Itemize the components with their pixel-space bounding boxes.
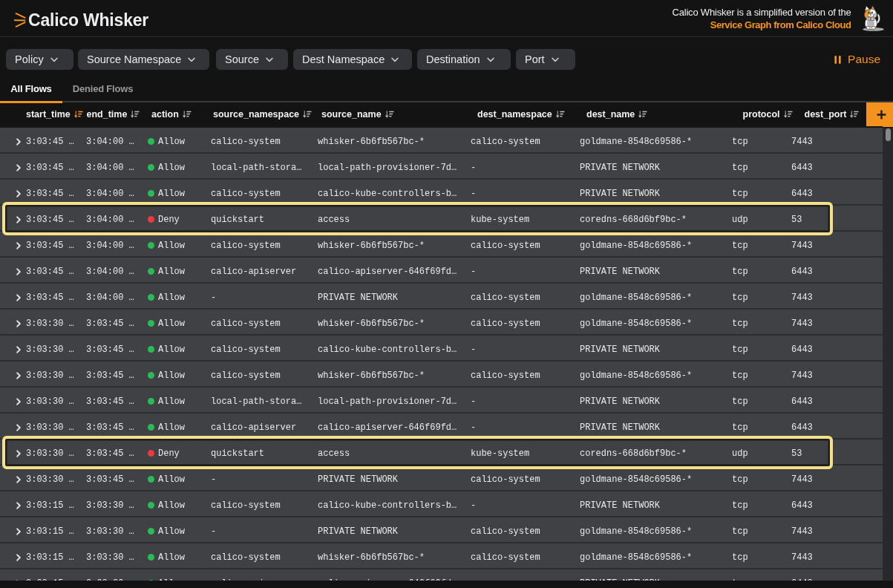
column-header-dest_namespace[interactable]: dest_namespace (471, 103, 580, 126)
cell-dest_port: 7443 (791, 129, 883, 154)
flow-row-denied[interactable]: 3:03:30 …3:03:45 …Denyquickstartaccessku… (0, 440, 883, 464)
cell-source_namespace: - (211, 285, 318, 310)
cell-action: Allow (148, 311, 211, 336)
flow-row[interactable]: 3:03:45 …3:04:00 …Allowlocal-path-stora…… (0, 154, 883, 178)
column-header-dest_name[interactable]: dest_name (580, 103, 732, 126)
flow-row[interactable]: 3:03:45 …3:04:00 …Allowcalico-systemwhis… (0, 232, 883, 256)
cell-action: Deny (148, 441, 211, 466)
service-graph-link[interactable]: Service Graph from Calico Cloud (710, 19, 851, 31)
flow-row[interactable]: 3:03:30 …3:03:45 …Allowcalico-apiserverc… (0, 414, 883, 438)
column-header-action[interactable]: action (148, 103, 211, 126)
flow-row[interactable]: 3:03:30 …3:03:45 …Allowlocal-path-stora…… (0, 388, 883, 412)
filter-policy[interactable]: Policy (6, 49, 73, 70)
expand-row-button[interactable] (0, 259, 26, 284)
cell-action: Allow (148, 285, 211, 310)
column-header-source_name[interactable]: source_name (318, 103, 471, 126)
chevron-right-icon (16, 320, 21, 327)
flow-row[interactable]: 3:03:15 …3:03:30 …Allow-PRIVATE NETWORKc… (0, 517, 883, 542)
scrollbar-thumb[interactable] (886, 128, 891, 141)
cell-protocol: tcp (732, 285, 791, 310)
cell-dest_namespace: calico-system (471, 363, 580, 388)
expand-row-button[interactable] (0, 129, 26, 154)
cell-dest_port: 6443 (791, 181, 883, 206)
chevron-right-icon (16, 138, 21, 146)
column-header-protocol[interactable]: protocol (732, 103, 791, 126)
filter-label: Source (225, 53, 259, 65)
sort-icon (849, 110, 859, 119)
cell-dest_port: 6443 (791, 493, 883, 517)
expand-row-button[interactable] (0, 181, 26, 206)
column-label: dest_port (805, 109, 847, 120)
plus-icon (877, 110, 886, 120)
flow-row[interactable]: 3:03:15 …3:03:30 …Allowcalico-apiserverc… (0, 569, 883, 581)
expand-row-button[interactable] (0, 207, 26, 232)
expand-row-button[interactable] (0, 337, 26, 362)
flow-row[interactable]: 3:03:30 …3:03:45 …Allow-PRIVATE NETWORKc… (0, 466, 883, 490)
column-header-source_namespace[interactable]: source_namespace (211, 103, 318, 126)
expand-row-button[interactable] (0, 389, 26, 414)
cell-source_name: whisker-6b6fb567bc-* (318, 233, 471, 258)
filter-source-namespace[interactable]: Source Namespace (78, 49, 209, 70)
cell-source_namespace: calico-system (211, 233, 318, 258)
cell-end_time: 3:04:00 … (86, 233, 148, 258)
filter-source[interactable]: Source (216, 49, 288, 70)
cell-dest_namespace: calico-system (471, 519, 580, 543)
expand-row-button[interactable] (0, 285, 26, 310)
action-label: Allow (158, 293, 185, 303)
pause-button[interactable]: Pause (834, 49, 880, 70)
expand-row-button[interactable] (0, 441, 26, 466)
tab-all-flows[interactable]: All Flows (0, 77, 62, 102)
column-header-start_time[interactable]: start_time (26, 103, 86, 126)
cell-start_time: 3:03:15 … (26, 519, 86, 543)
add-column-button[interactable] (866, 102, 893, 127)
flow-row[interactable]: 3:03:15 …3:03:30 …Allowcalico-systemwhis… (0, 543, 883, 568)
expand-row-button[interactable] (0, 415, 26, 440)
cell-action: Allow (148, 415, 211, 440)
flow-row[interactable]: 3:03:15 …3:03:30 …Allowcalico-systemcali… (0, 491, 883, 516)
tagline-text: Calico Whisker is a simplified version o… (673, 7, 851, 19)
chevron-right-icon (16, 450, 21, 457)
flow-row-denied[interactable]: 3:03:45 …3:04:00 …Denyquickstartaccessku… (0, 206, 883, 230)
flow-row[interactable]: 3:03:30 …3:03:45 …Allowcalico-systemwhis… (0, 310, 883, 334)
cell-action: Allow (148, 493, 211, 517)
cell-dest_name: goldmane-8548c69586-* (580, 363, 732, 388)
expand-row-button[interactable] (0, 311, 26, 336)
action-status-dot (148, 242, 154, 249)
column-header-end_time[interactable]: end_time (86, 103, 148, 126)
cell-dest_namespace: calico-system (471, 129, 580, 154)
filter-port[interactable]: Port (516, 49, 575, 70)
expand-row-button[interactable] (0, 155, 26, 180)
expand-row-button[interactable] (0, 493, 26, 517)
column-label: source_name (321, 109, 382, 120)
cell-source_namespace: local-path-stora… (211, 389, 318, 414)
cat-mascot-icon (857, 2, 891, 35)
flow-row[interactable]: 3:03:30 …3:03:45 …Allowcalico-systemwhis… (0, 362, 883, 386)
sort-icon (130, 110, 140, 119)
cell-protocol: udp (732, 441, 791, 466)
scrollbar-track[interactable] (883, 128, 893, 581)
cell-action: Allow (148, 519, 211, 543)
cell-start_time: 3:03:45 … (26, 259, 86, 284)
table-header: start_timeend_timeactionsource_namespace… (0, 103, 893, 126)
expand-row-button[interactable] (0, 519, 26, 543)
expand-row-button[interactable] (0, 571, 26, 581)
filter-dest-namespace[interactable]: Dest Namespace (293, 49, 412, 70)
flow-row[interactable]: 3:03:45 …3:04:00 …Allowcalico-systemwhis… (0, 128, 883, 152)
cell-source_name: PRIVATE NETWORK (318, 519, 471, 543)
expand-row-button[interactable] (0, 467, 26, 491)
flow-row[interactable]: 3:03:45 …3:04:00 …Allowcalico-systemcali… (0, 180, 883, 204)
flow-row[interactable]: 3:03:45 …3:04:00 …Allowcalico-apiserverc… (0, 258, 883, 282)
cell-dest_port: 7443 (791, 285, 883, 310)
cell-protocol: tcp (732, 363, 791, 388)
cell-end_time: 3:04:00 … (86, 129, 148, 154)
filter-destination[interactable]: Destination (417, 49, 511, 70)
cell-source_namespace: calico-system (211, 493, 318, 517)
expand-row-button[interactable] (0, 363, 26, 388)
expand-row-button[interactable] (0, 545, 26, 569)
tab-denied-flows[interactable]: Denied Flows (62, 77, 143, 102)
expand-row-button[interactable] (0, 233, 26, 258)
action-label: Deny (158, 448, 180, 459)
flow-row[interactable]: 3:03:45 …3:04:00 …Allow-PRIVATE NETWORKc… (0, 284, 883, 308)
flow-row[interactable]: 3:03:30 …3:03:45 …Allowcalico-systemcali… (0, 336, 883, 360)
cell-dest_namespace: - (471, 259, 580, 284)
